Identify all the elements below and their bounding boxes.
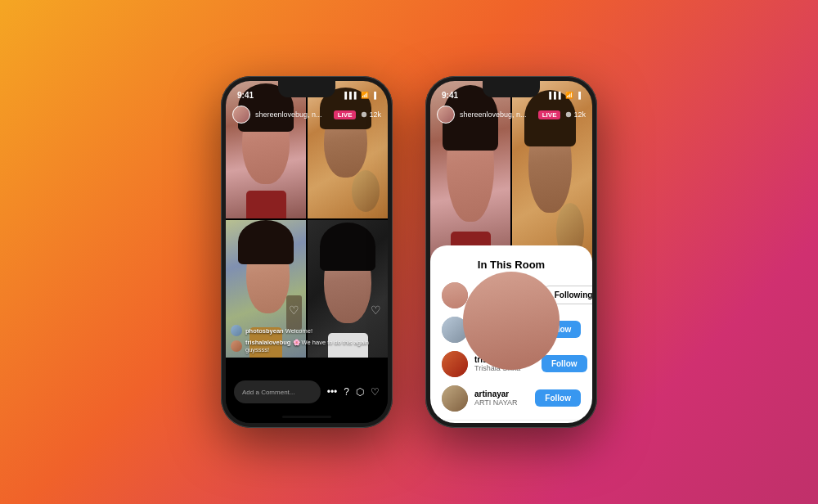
comments-overlay: photosbyean Welcome! trishalalovebug 🌸 W… <box>231 325 383 356</box>
modal-username-4: artinayar <box>474 389 528 398</box>
viewer-count-2: 12k <box>565 110 586 119</box>
comment-text-1: photosbyean Welcome! <box>245 327 312 335</box>
modal-avatar-user-3 <box>442 351 468 377</box>
commenter-avatar-1 <box>231 325 242 336</box>
modal-user-info-4: artinayar ARTI NAYAR <box>474 389 528 407</box>
status-icons-2: ▌▌▌ 📶 ▐ <box>549 92 581 99</box>
top-bar-2: shereenlovebug, n... LIVE 12k <box>430 102 592 127</box>
bottom-icons-1: ••• ? ⬡ ♡ <box>327 386 380 398</box>
modal-user-1: shereenlovebug Shereen · Host Following <box>442 282 581 308</box>
host-avatar-1 <box>232 106 250 124</box>
bottom-bar-1: Add a Comment... ••• ? ⬡ ♡ <box>226 361 388 423</box>
status-icons-1: ▌▌▌ 📶 ▐ <box>344 92 376 99</box>
comment-text-2: trishalalovebug 🌸 We have to do this aga… <box>245 339 383 353</box>
battery-icon-2: ▐ <box>576 92 581 99</box>
live-badge-1: LIVE <box>334 110 357 119</box>
wifi-icon-2: 📶 <box>565 92 573 99</box>
modal-title: In This Room <box>442 259 581 271</box>
modal-avatar-user-4 <box>442 385 468 412</box>
modal-display-name-4: ARTI NAYAR <box>474 398 528 407</box>
phone-2: 9:41 ▌▌▌ 📶 ▐ shereenlovebug, n... LIVE 1… <box>425 76 597 428</box>
top-bar-1: shereenlovebug, n... LIVE 12k <box>226 102 388 127</box>
status-time-2: 9:41 <box>442 91 458 100</box>
host-username-2: shereenlovebug, n... <box>460 110 533 119</box>
share-icon[interactable]: ⬡ <box>356 386 364 398</box>
comment-2: trishalalovebug 🌸 We have to do this aga… <box>231 339 383 353</box>
comment-placeholder: Add a Comment... <box>242 389 294 396</box>
more-options-icon[interactable]: ••• <box>327 386 338 398</box>
modal-divider <box>442 420 581 421</box>
notch-2 <box>483 81 540 97</box>
battery-icon: ▐ <box>371 92 376 99</box>
viewer-count-1: 12k <box>361 110 381 119</box>
question-icon[interactable]: ? <box>344 386 349 398</box>
heart-icon-2: ♡ <box>371 304 381 317</box>
comment-input-1[interactable]: Add a Comment... <box>234 380 321 403</box>
comment-1: photosbyean Welcome! <box>231 325 383 336</box>
phone-1: 9:41 ▌▌▌ 📶 ▐ shereenlovebug, n... LIVE 1… <box>221 76 393 428</box>
signal-icon-2: ▌▌▌ <box>549 92 563 99</box>
wifi-icon: 📶 <box>361 92 369 99</box>
follow-button-3[interactable]: Follow <box>542 355 587 372</box>
modal-avatar-user-1 <box>442 282 468 308</box>
commenter-avatar-2 <box>231 340 242 352</box>
in-this-room-modal: In This Room shereenlovebug Shereen · Ho… <box>430 245 592 423</box>
notch-1 <box>278 81 335 97</box>
live-badge-2: LIVE <box>538 110 561 119</box>
svg-point-0 <box>362 112 366 117</box>
signal-icon: ▌▌▌ <box>344 92 358 99</box>
host-avatar-2 <box>437 106 455 124</box>
status-time-1: 9:41 <box>237 91 254 100</box>
modal-user-4: artinayar ARTI NAYAR Follow <box>442 385 581 412</box>
heart-action-icon[interactable]: ♡ <box>371 386 380 398</box>
heart-icon: ♡ <box>289 304 299 317</box>
svg-point-1 <box>566 112 571 117</box>
host-username-1: shereenlovebug, n... <box>255 110 329 119</box>
follow-button-4[interactable]: Follow <box>535 389 581 407</box>
